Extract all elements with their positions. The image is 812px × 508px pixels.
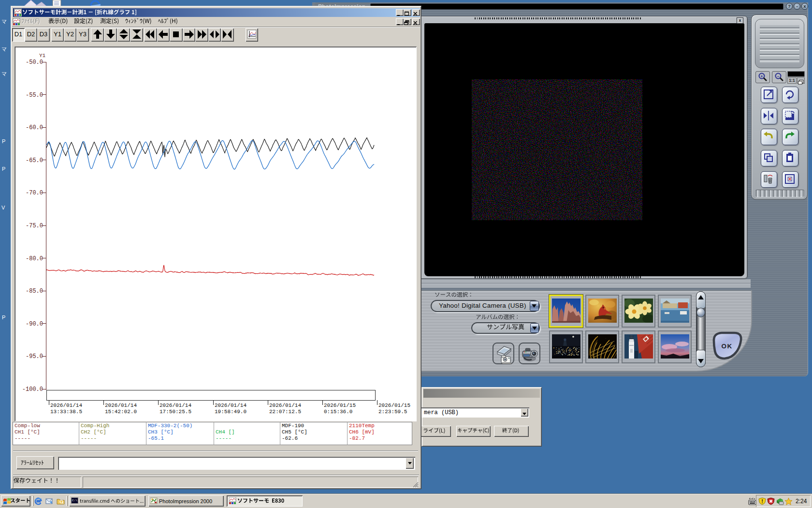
svg-text:-90.0: -90.0: [26, 321, 43, 328]
svg-text:-100.0: -100.0: [22, 386, 43, 393]
svg-text:Y1: Y1: [39, 53, 46, 59]
svg-text:2026/01/14: 2026/01/14: [269, 403, 301, 408]
svg-text:22:07:12.5: 22:07:12.5: [269, 409, 301, 415]
svg-text:-95.0: -95.0: [26, 353, 43, 360]
svg-text:2026/01/14: 2026/01/14: [160, 403, 191, 408]
svg-text:-50.0: -50.0: [26, 59, 43, 66]
svg-text:-55.0: -55.0: [26, 92, 43, 99]
svg-text:-70.0: -70.0: [26, 190, 43, 196]
svg-text:13:33:38.5: 13:33:38.5: [50, 409, 82, 415]
svg-text:0:15:36.0: 0:15:36.0: [324, 409, 352, 415]
svg-text:2026/01/14: 2026/01/14: [105, 403, 137, 408]
svg-text:15:42:02.0: 15:42:02.0: [105, 409, 137, 415]
svg-text:OK: OK: [721, 343, 732, 350]
svg-text:2026/01/15: 2026/01/15: [324, 403, 356, 408]
svg-text:−: −: [777, 74, 779, 79]
svg-text:2:23:59.5: 2:23:59.5: [378, 409, 407, 415]
svg-text:!: !: [761, 498, 763, 504]
svg-text:2026/01/14: 2026/01/14: [215, 403, 246, 408]
svg-text:2026/01/15: 2026/01/15: [378, 403, 410, 408]
svg-text:-85.0: -85.0: [26, 288, 43, 295]
svg-text:-75.0: -75.0: [26, 223, 43, 229]
svg-text:+: +: [760, 74, 763, 79]
svg-text:-65.0: -65.0: [26, 157, 43, 164]
svg-text:-80.0: -80.0: [26, 255, 43, 262]
svg-text:-60.0: -60.0: [26, 124, 43, 131]
svg-text:17:50:25.5: 17:50:25.5: [160, 409, 191, 415]
svg-text:2026/01/14: 2026/01/14: [50, 403, 82, 408]
svg-text:19:58:49.0: 19:58:49.0: [215, 409, 246, 415]
